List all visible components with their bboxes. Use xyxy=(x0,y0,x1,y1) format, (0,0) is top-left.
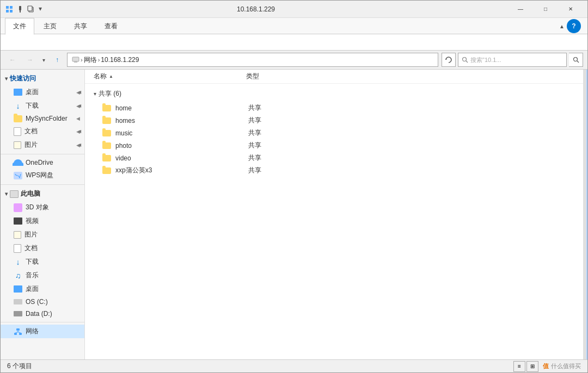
file-name-music: music xyxy=(115,129,244,137)
sidebar-item-pictures[interactable]: 图片 xyxy=(1,228,84,241)
sidebar-item-desk[interactable]: 桌面 xyxy=(1,282,84,296)
table-row[interactable]: video 共享 xyxy=(85,152,583,164)
address-bar[interactable]: › 网络 › 10.168.1.229 xyxy=(67,53,438,67)
video-icon xyxy=(14,217,22,225)
scrollbar-right[interactable] xyxy=(583,70,587,359)
sidebar-item-wps[interactable]: WPS网盘 xyxy=(1,169,84,182)
titlebar: ▾ 10.168.1.229 — □ ✕ xyxy=(1,1,587,18)
tab-file[interactable]: 文件 xyxy=(5,18,34,35)
watermark: 值 什么值得买 xyxy=(543,362,581,370)
sidebar-section-thispc: ▾ 此电脑 3D 对象 视频 图片 文档 xyxy=(1,187,84,320)
sidebar-item-onedrive[interactable]: OneDrive xyxy=(1,157,84,169)
maximize-button[interactable]: □ xyxy=(533,1,558,18)
quickaccess-header[interactable]: ▾ 快速访问 xyxy=(1,72,84,85)
sidebar-item-docs[interactable]: 文档 ◀ xyxy=(1,125,84,138)
breadcrumb-network: 网络 xyxy=(84,55,97,65)
sidebar-item-datad[interactable]: Data (D:) xyxy=(1,308,84,320)
view-details-btn[interactable]: ≡ xyxy=(513,361,525,372)
search-icon xyxy=(462,57,468,63)
sidebar-section-quickaccess: ▾ 快速访问 桌面 ◀ ↓ 下载 ◀ MySyncFolder ◀ xyxy=(1,72,84,152)
sidebar-item-music[interactable]: ♫ 音乐 xyxy=(1,269,84,282)
sidebar-item-network[interactable]: 网络 xyxy=(1,325,84,338)
status-count: 6 个项目 xyxy=(7,362,32,371)
back-button[interactable]: ← xyxy=(5,53,20,66)
file-type-music: 共享 xyxy=(248,128,314,138)
sidebar-downloads-label: 下载 xyxy=(26,101,39,110)
pin-indicator-2: ◀ xyxy=(76,103,80,109)
sidebar-item-documents[interactable]: 文档 xyxy=(1,241,84,255)
tab-home[interactable]: 主页 xyxy=(35,18,65,34)
section-title-shared: 共享 (6) xyxy=(99,89,121,98)
refresh-button[interactable] xyxy=(442,53,456,67)
sidebar-item-mysynfolder[interactable]: MySyncFolder ◀ xyxy=(1,113,84,125)
computer-icon-sidebar xyxy=(10,190,19,198)
help-button[interactable]: ? xyxy=(567,19,581,33)
table-row[interactable]: home 共享 xyxy=(85,102,583,114)
download-icon: ↓ xyxy=(14,102,22,110)
sidebar-item-downloads[interactable]: ↓ 下载 ◀ xyxy=(1,99,84,113)
folder-icon-video xyxy=(102,155,111,161)
sidebar-desk-label: 桌面 xyxy=(26,284,39,294)
svg-rect-8 xyxy=(72,57,79,61)
documents-icon xyxy=(14,244,21,253)
ribbon-collapse-btn[interactable]: ▲ xyxy=(557,21,567,32)
table-row[interactable]: homes 共享 xyxy=(85,114,583,127)
sidebar-item-pics[interactable]: 图片 ◀ xyxy=(1,138,84,152)
pin-indicator-3: ◀ xyxy=(76,116,80,121)
osc-icon xyxy=(14,299,22,304)
folder-icon-music xyxy=(102,130,111,136)
table-row[interactable]: music 共享 xyxy=(85,127,583,139)
file-type-photo: 共享 xyxy=(248,141,314,150)
sidebar-docs-label: 文档 xyxy=(24,127,38,136)
quickaccess-label: 快速访问 xyxy=(10,74,36,83)
window: ▾ 10.168.1.229 — □ ✕ 文件 主页 共享 查看 ▲ ? ← →… xyxy=(0,0,588,373)
desk-icon xyxy=(14,285,22,293)
minimize-button[interactable]: — xyxy=(508,1,533,18)
watermark-text: 什么值得买 xyxy=(551,362,581,370)
breadcrumb-server: 10.168.1.229 xyxy=(101,56,139,64)
tab-view[interactable]: 查看 xyxy=(96,18,126,34)
sidebar-item-desktop[interactable]: 桌面 ◀ xyxy=(1,85,84,99)
sidebar: ▾ 快速访问 桌面 ◀ ↓ 下载 ◀ MySyncFolder ◀ xyxy=(1,70,85,359)
thispc-toggle: ▾ xyxy=(5,191,8,197)
main-layout: ▾ 快速访问 桌面 ◀ ↓ 下载 ◀ MySyncFolder ◀ xyxy=(1,70,587,359)
svg-rect-15 xyxy=(14,333,17,335)
music-icon: ♫ xyxy=(14,271,22,280)
sidebar-item-dl[interactable]: ↓ 下载 xyxy=(1,255,84,269)
table-row[interactable]: xxp蒲公英x3 共享 xyxy=(85,164,583,177)
file-type-home: 共享 xyxy=(248,103,314,113)
folder-icon-xxp xyxy=(102,167,111,174)
file-name-photo: photo xyxy=(115,142,244,150)
search-btn-icon xyxy=(573,57,579,63)
col-name-header[interactable]: 名称 ▲ xyxy=(94,72,246,81)
watermark-logo: 值 xyxy=(543,362,549,370)
ribbon: 文件 主页 共享 查看 ▲ ? xyxy=(1,18,587,51)
svg-rect-9 xyxy=(74,61,77,63)
forward-button[interactable]: → xyxy=(22,53,38,66)
file-name-xxp: xxp蒲公英x3 xyxy=(115,166,244,175)
search-bar[interactable]: 搜索"10.1... xyxy=(458,53,567,67)
sort-arrow: ▲ xyxy=(109,74,113,79)
svg-line-11 xyxy=(466,61,468,63)
content-list: ▾ 共享 (6) home 共享 homes 共享 xyxy=(85,84,583,359)
section-toggle-shared[interactable]: ▾ xyxy=(94,91,96,97)
datad-icon xyxy=(14,311,22,316)
thispc-header[interactable]: ▾ 此电脑 xyxy=(1,187,84,201)
status-bar: 6 个项目 ≡ ⊞ 值 什么值得买 xyxy=(1,359,587,372)
col-type-header[interactable]: 类型 xyxy=(246,72,311,81)
3d-icon xyxy=(14,203,22,212)
view-grid-btn[interactable]: ⊞ xyxy=(526,361,538,372)
tab-share[interactable]: 共享 xyxy=(66,18,95,34)
sidebar-item-3d[interactable]: 3D 对象 xyxy=(1,201,84,214)
search-button[interactable] xyxy=(569,53,583,67)
history-dropdown[interactable]: ▾ xyxy=(40,53,47,66)
computer-icon xyxy=(72,57,79,63)
col-type-label: 类型 xyxy=(246,72,259,80)
table-row[interactable]: photo 共享 xyxy=(85,139,583,152)
sidebar-item-video[interactable]: 视频 xyxy=(1,214,84,228)
divider-2 xyxy=(1,184,84,185)
close-button[interactable]: ✕ xyxy=(558,1,583,18)
svg-line-19 xyxy=(18,332,21,333)
up-button[interactable]: ↑ xyxy=(50,53,65,66)
sidebar-item-osc[interactable]: OS (C:) xyxy=(1,296,84,308)
